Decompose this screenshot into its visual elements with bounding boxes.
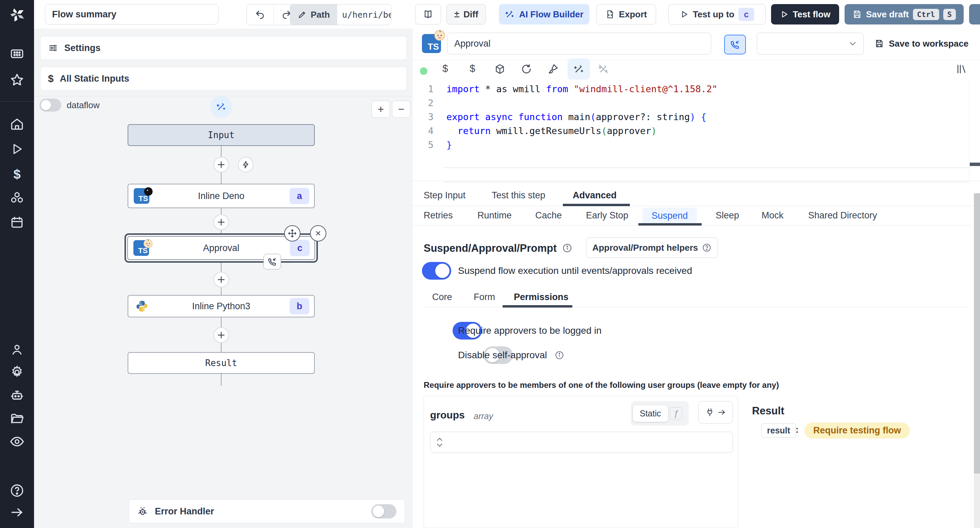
dataflow-label: dataflow [67,100,100,111]
step-name-input[interactable] [447,33,711,54]
approval-prompt-helpers-button[interactable]: Approval/Prompt helpers [586,237,718,258]
add-step-button[interactable] [213,327,229,343]
deploy-button-partial[interactable] [969,4,980,24]
info-icon[interactable] [562,243,572,253]
disable-self-approval-label: Disable self-approval [458,350,547,361]
result-key-chip[interactable]: result [761,423,796,438]
tab-runtime[interactable]: Runtime [477,210,512,221]
static-option[interactable]: Static [633,405,668,422]
file-code-icon [605,10,615,19]
settings-gear-icon[interactable] [10,365,24,381]
error-handler-row[interactable]: Error Handler [129,499,405,523]
delete-step-button[interactable]: × [310,225,326,242]
export-button[interactable]: Export [596,4,656,24]
groups-array-input[interactable] [430,432,733,453]
save-draft-button[interactable]: Save draft Ctrl S [845,4,964,24]
question-circle-icon [702,243,711,253]
undo-button[interactable] [247,5,274,25]
users-person-icon[interactable] [10,343,24,358]
runs-play-icon[interactable] [10,142,24,157]
dataflow-toggle[interactable] [40,99,61,111]
info-icon[interactable] [555,350,564,360]
deno-icon [143,186,153,197]
add-trigger-button[interactable] [238,157,253,172]
tab-permissions-underline [503,305,572,307]
resources-cubes-icon[interactable] [9,191,25,208]
save-to-workspace-button[interactable]: Save to workspace [872,35,970,52]
schedules-calendar-icon[interactable] [10,215,24,231]
flow-node-inline-python[interactable]: Inline Python3 b [127,295,315,317]
add-step-button[interactable] [213,214,229,230]
scrollbar-thumb[interactable] [974,193,980,474]
zoom-in-button[interactable]: + [372,101,390,118]
windmill-logo-icon[interactable] [8,6,26,25]
lsp-status-dot [420,67,427,75]
favorites-star-icon[interactable] [9,72,25,89]
diff-button[interactable]: ± Diff [447,4,486,24]
add-step-button[interactable] [213,157,229,172]
reset-refresh-icon[interactable] [520,63,532,75]
move-step-button[interactable] [284,225,301,242]
tab-core[interactable]: Core [432,292,452,302]
add-step-button[interactable] [213,272,229,288]
ai-flow-builder-button[interactable]: AI Flow Builder [499,4,589,24]
error-handler-toggle[interactable] [371,504,396,518]
tab-mock[interactable]: Mock [762,210,784,221]
suspend-approval-toggle-button[interactable] [724,35,746,54]
code-line-4: return wmill.getResumeUrls(approver) [447,126,657,136]
library-icon[interactable] [956,63,967,75]
folders-icon[interactable] [10,411,24,427]
workers-robot-icon[interactable] [10,388,24,404]
help-icon[interactable] [10,483,24,499]
audit-eye-icon[interactable] [9,434,25,451]
book-icon [423,9,433,19]
result-colon: : [795,425,799,435]
all-static-inputs-button[interactable]: $ All Static Inputs [40,67,407,91]
groups-editor: groups array Static ƒ [424,396,738,528]
zoom-out-button[interactable]: − [392,101,410,118]
flow-summary-input[interactable] [45,4,218,24]
tab-step-input[interactable]: Step Input [424,190,466,201]
package-icon[interactable] [494,63,506,75]
tab-permissions-active[interactable]: Permissions [514,292,569,302]
script-template-select[interactable] [757,33,864,54]
plus-icon [217,218,226,227]
tab-cache[interactable]: Cache [535,210,562,221]
test-up-to-button[interactable]: Test up to c [668,4,765,24]
variable-dollar-icon[interactable]: $ [442,63,448,74]
apps-window-icon[interactable] [10,46,24,63]
ai-graph-wand-button[interactable] [210,96,232,118]
path-value[interactable]: u/henri/bes [337,5,391,25]
suspend-flow-toggle[interactable] [422,262,451,280]
format-brush-icon[interactable] [547,63,559,75]
tab-retries[interactable]: Retries [424,210,453,221]
tab-shared-directory[interactable]: Shared Directory [808,210,877,221]
home-icon[interactable] [10,117,24,133]
flow-node-result[interactable]: Result [127,352,315,374]
tab-sleep[interactable]: Sleep [716,210,739,221]
resource-dollar-icon[interactable]: $ [469,63,476,74]
plug-connect-button[interactable] [698,401,733,423]
path-button[interactable]: Path [290,5,337,25]
groups-note: Require approvers to be members of one o… [424,380,779,390]
code-editor[interactable]: 1 2 3 4 5 import * as wmill from "windmi… [412,82,980,181]
tab-suspend-active[interactable]: Suspend [643,208,697,224]
flow-node-input[interactable]: Input [127,124,315,146]
flow-settings-button[interactable]: Settings [40,36,407,60]
tab-form[interactable]: Form [474,292,495,302]
tab-test-this-step[interactable]: Test this step [492,190,546,201]
suspend-phone-badge[interactable] [263,254,281,269]
tab-advanced-active[interactable]: Advanced [573,190,617,201]
variables-dollar-icon[interactable]: $ [13,167,21,182]
expand-arrow-icon[interactable] [10,505,24,521]
ai-assistant-wand-button[interactable] [568,59,590,80]
flow-node-inline-deno[interactable]: TS Inline Deno a [127,184,315,208]
save-icon [853,10,862,19]
tab-early-stop[interactable]: Early Stop [586,210,628,221]
ai-wand-off-icon[interactable] [598,63,609,75]
flow-node-approval-selected[interactable]: TS Approval c × [124,234,318,262]
docs-button[interactable] [415,4,441,24]
expression-fn-option[interactable]: ƒ [670,407,682,420]
test-flow-button[interactable]: Test flow [771,4,839,24]
result-value-badge[interactable]: Require testing flow [804,423,910,439]
